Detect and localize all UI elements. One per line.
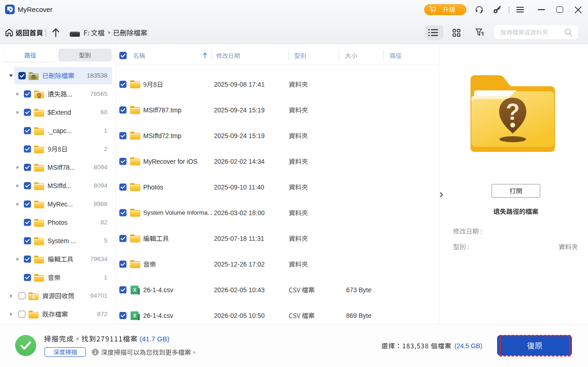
svg-text:?: ? bbox=[506, 99, 520, 125]
svg-text:X: X bbox=[133, 287, 136, 293]
svg-text:X: X bbox=[133, 313, 136, 318]
